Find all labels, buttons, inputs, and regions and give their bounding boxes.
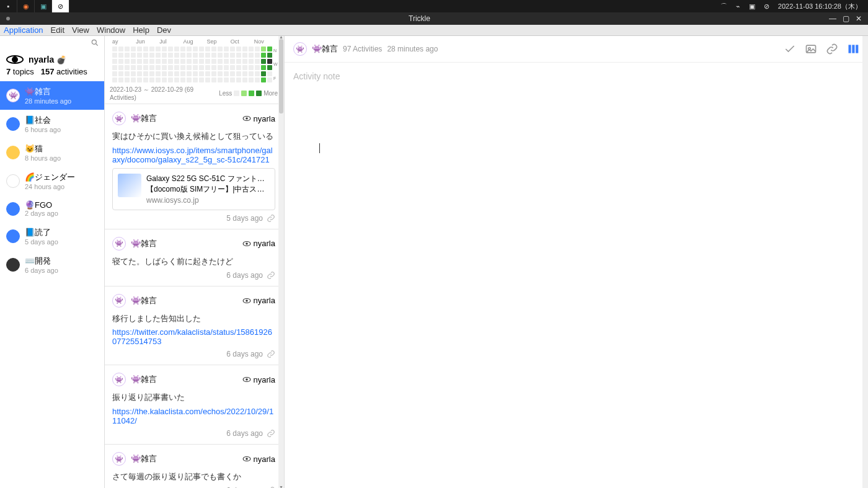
profile: nyarla 💣 [0,50,104,67]
topic-name: 🔮FGO [25,200,98,210]
post-link[interactable]: https://twitter.com/kalaclista/status/15… [112,327,275,346]
post-avatar-icon: 👾 [112,237,126,251]
wifi-icon[interactable]: ⌒ [720,2,727,11]
sidebar-topic-item[interactable]: 🌈ジェンダー 24 hours ago [0,167,104,195]
minimize-button[interactable]: — [829,14,836,23]
menu-application[interactable]: Application [4,25,43,35]
profile-name: nyarla [29,55,54,64]
post-time: 6 days ago [226,350,263,358]
post-author: nyarla [242,296,275,305]
sidebar-topic-item[interactable]: ⌨️開発 6 days ago [0,251,104,279]
svg-point-5 [246,242,248,245]
post-body: さて毎週の振り返り記事でも書くか [112,471,275,484]
activity-note-editor[interactable]: Activity note [285,63,868,488]
feed-post[interactable]: 👾 👾雑言 nyarla 寝てた。しばらく前に起きたけど 6 days ago [105,229,284,286]
svg-point-9 [246,379,248,381]
post-author: nyarla [242,239,275,248]
search-icon[interactable] [91,38,99,47]
svg-line-1 [96,44,98,46]
eye-icon [242,296,251,305]
post-topic: 👾雑言 [131,453,157,464]
columns-icon[interactable] [847,43,859,55]
post-avatar-icon: 👾 [112,452,126,466]
profile-emoji: 💣 [56,55,66,64]
text-cursor [319,143,320,153]
topic-time: 24 hours ago [25,183,98,190]
topic-name: 📘読了 [25,227,98,238]
topic-name: 🌈ジェンダー [25,172,98,183]
link-icon[interactable] [267,214,275,223]
menu-edit[interactable]: Edit [51,25,64,35]
activity-heatmap: ayJunJulAugSepOctNov NWF 2022-10-23 ～ 20… [105,36,284,104]
svg-point-7 [246,299,248,302]
topic-avatar-icon [6,117,20,131]
svg-rect-18 [856,45,858,53]
link-icon[interactable] [267,429,275,438]
middle-scrollbar[interactable]: ▲▼ [278,36,284,488]
link-icon[interactable] [826,43,838,55]
topic-time: 8 hours ago [25,154,98,162]
sidebar-topic-item[interactable]: 😺猫 8 hours ago [0,138,104,167]
profile-stats: 7 topics 157 activities [0,67,104,81]
feed-post[interactable]: 👾 👾雑言 nyarla 振り返り記事書いたhttps://the.kalacl… [105,365,284,445]
topic-name: 😺猫 [25,143,98,154]
bluetooth-icon[interactable]: ⌁ [736,2,740,11]
post-link[interactable]: https://the.kalaclista.com/echos/2022/10… [112,407,275,425]
feed-post[interactable]: 👾 👾雑言 nyarla 実はひそかに買い換え候補として狙っているhttps:/… [105,104,284,229]
sidebar-topic-item[interactable]: 👾 👾雑言 28 minutes ago [0,81,104,110]
sidebar-topic-item[interactable]: 📘社会 6 hours ago [0,110,104,138]
feed-post[interactable]: 👾 👾雑言 nyarla さて毎週の振り返り記事でも書くか 6 days ago [105,445,284,488]
post-avatar-icon: 👾 [112,373,126,386]
topic-avatar-icon [6,258,20,272]
sidebar-topic-item[interactable]: 🔮FGO 2 days ago [0,195,104,222]
link-icon[interactable] [267,271,275,280]
topic-avatar-icon [6,146,20,159]
menu-dev[interactable]: Dev [157,25,171,35]
topic-name: 📘社会 [25,115,98,126]
right-scrollbar[interactable] [862,36,868,488]
feed-post[interactable]: 👾 👾雑言 nyarla 移行しました告知出したhttps://twitter.… [105,286,284,366]
topic-avatar-icon: 👾 [293,42,307,56]
post-body: 振り返り記事書いた [112,391,275,404]
topic-time: 28 minutes ago [25,97,98,105]
sidebar-topic-item[interactable]: 📘読了 5 days ago [0,222,104,251]
svg-rect-16 [849,45,851,53]
clock: 2022-11-03 16:10:28（木） [778,2,862,11]
window-title: Trickle [10,14,829,23]
taskbar-terminal-icon[interactable]: ▪ [0,0,17,12]
taskbar-firefox-icon[interactable]: ◉ [17,0,35,12]
link-icon[interactable] [267,350,275,358]
right-panel: 👾 👾雑言 97 Activities 28 minutes ago Activ… [285,36,868,488]
middle-column: ayJunJulAugSepOctNov NWF 2022-10-23 ～ 20… [104,36,285,488]
right-panel-header: 👾 👾雑言 97 Activities 28 minutes ago [285,36,868,63]
image-icon[interactable] [805,43,817,55]
topic-avatar-icon [6,202,20,216]
maximize-button[interactable]: ▢ [843,14,849,23]
menu-help[interactable]: Help [133,25,149,35]
eye-icon [242,375,251,384]
svg-point-11 [246,458,248,460]
menu-view[interactable]: View [72,25,89,35]
post-time: 6 days ago [226,429,263,438]
card-title: Galaxy S22 5G SC-51C ファントムホワイト [146,174,270,184]
activity-feed: 👾 👾雑言 nyarla 実はひそかに買い換え候補として狙っているhttps:/… [105,104,284,488]
checkmark-icon[interactable] [784,43,796,55]
eye-icon [242,114,251,123]
menu-window[interactable]: Window [97,25,125,35]
topic-badge: 👾雑言 [312,43,338,55]
tray-icon[interactable]: ▣ [749,2,755,11]
post-body: 移行しました告知出した [112,313,275,326]
post-avatar-icon: 👾 [112,112,126,125]
close-button[interactable]: ✕ [856,14,862,23]
topic-list: 👾 👾雑言 28 minutes ago 📘社会 6 hours ago 😺猫 … [0,81,104,488]
post-link[interactable]: https://www.iosys.co.jp/items/smartphone… [112,146,275,164]
post-link-card[interactable]: Galaxy S22 5G SC-51C ファントムホワイト 【docomo版 … [112,168,275,210]
post-time: 5 days ago [226,214,263,223]
taskbar-app2-icon[interactable]: ▣ [35,0,52,12]
taskbar-app-active-icon[interactable]: ⊘ [52,0,69,12]
svg-point-3 [246,117,248,120]
eye-icon [242,455,251,463]
post-author: nyarla [242,455,275,464]
block-icon[interactable]: ⊘ [764,2,769,11]
svg-point-0 [92,40,96,44]
